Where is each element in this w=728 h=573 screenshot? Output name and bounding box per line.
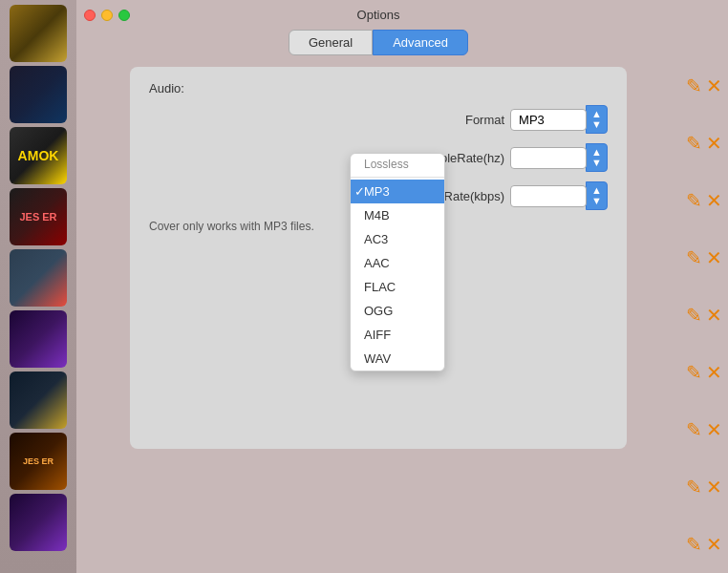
close-icon-7[interactable]: ✕ [706,420,722,439]
close-icon-2[interactable]: ✕ [706,134,722,153]
close-button[interactable] [84,10,96,21]
dropdown-item-m4b[interactable]: M4B [351,203,444,227]
close-icon-9[interactable]: ✕ [706,535,722,554]
sidebar-item-8[interactable]: JES ER [10,433,67,490]
bitrate-select-value[interactable] [510,185,587,207]
sidebar-item-1[interactable] [10,5,67,62]
close-icon-5[interactable]: ✕ [706,306,722,325]
album-art-3: AMOK [10,127,67,184]
tab-advanced[interactable]: Advanced [373,30,468,55]
format-select-value[interactable]: MP3 [510,109,587,131]
sidebar-item-5[interactable] [10,249,67,307]
edit-icon-6[interactable]: ✎ [686,363,702,382]
action-row-1: ✎ ✕ [686,57,722,115]
action-row-7: ✎ ✕ [686,401,722,458]
tab-general[interactable]: General [289,30,373,55]
window-title: Options [357,8,400,22]
dropdown-item-aiff[interactable]: AIFF [351,323,444,347]
close-icon-4[interactable]: ✕ [706,248,722,267]
edit-icon-3[interactable]: ✎ [686,191,702,210]
album-art-6 [10,310,67,368]
action-row-2: ✎ ✕ [686,115,722,172]
album-art-1 [10,5,67,62]
content-panel: Audio: Format MP3 ▲ ▼ SampleRate(hz) ▲ ▼ [130,67,627,449]
album-art-4: JES ER [10,188,67,245]
action-row-6: ✎ ✕ [686,344,722,401]
action-row-4: ✎ ✕ [686,229,722,286]
main-area: Options General Advanced Audio: Format M… [76,0,680,573]
audio-label: Audio: [149,81,608,96]
action-row-5: ✎ ✕ [686,286,722,344]
dropdown-item-ogg[interactable]: OGG [351,299,444,323]
close-icon-3[interactable]: ✕ [706,191,722,210]
close-icon-6[interactable]: ✕ [706,363,722,382]
sidebar-item-3[interactable]: AMOK [10,127,67,184]
sidebar-item-4[interactable]: JES ER [10,188,67,245]
format-select-arrow[interactable]: ▲ ▼ [586,105,608,134]
close-icon-1[interactable]: ✕ [706,76,722,96]
album-art-8: JES ER [10,433,67,490]
dropdown-item-mp3[interactable]: MP3 [351,180,444,203]
format-label: Format [465,113,504,127]
minimize-button[interactable] [101,10,113,21]
bitrate-select: ▲ ▼ [510,181,608,210]
edit-icon-7[interactable]: ✎ [686,420,702,439]
dropdown-item-wav[interactable]: WAV [351,347,444,371]
sidebar-item-9[interactable] [10,494,67,551]
edit-icon-9[interactable]: ✎ [686,535,702,554]
close-icon-8[interactable]: ✕ [706,478,722,497]
album-art-9 [10,494,67,551]
tab-bar: General Advanced [289,30,468,55]
sidebar-item-2[interactable] [10,66,67,123]
sidebar-item-7[interactable] [10,371,67,429]
right-actions: ✎ ✕ ✎ ✕ ✎ ✕ ✎ ✕ ✎ ✕ ✎ ✕ ✎ ✕ ✎ ✕ ✎ ✕ [680,0,728,573]
album-art-5 [10,249,67,307]
dropdown-item-aac[interactable]: AAC [351,251,444,275]
dropdown-item-ac3[interactable]: AC3 [351,227,444,251]
window-controls [84,10,130,21]
bitrate-select-arrow[interactable]: ▲ ▼ [586,181,608,210]
action-row-9: ✎ ✕ [686,516,722,573]
samplerate-select-arrow[interactable]: ▲ ▼ [586,143,608,172]
dropdown-section-lossless: Lossless [351,154,444,175]
edit-icon-1[interactable]: ✎ [686,76,702,96]
sidebar: AMOK JES ER JES ER [0,0,76,573]
edit-icon-5[interactable]: ✎ [686,306,702,325]
album-art-7 [10,371,67,429]
dropdown-divider [351,177,444,178]
samplerate-select: ▲ ▼ [510,143,608,172]
album-art-2 [10,66,67,123]
samplerate-select-value[interactable] [510,147,587,169]
dropdown-item-flac[interactable]: FLAC [351,275,444,299]
edit-icon-2[interactable]: ✎ [686,134,702,153]
sidebar-item-6[interactable] [10,310,67,368]
edit-icon-4[interactable]: ✎ [686,248,702,267]
maximize-button[interactable] [118,10,130,21]
format-dropdown-menu: Lossless MP3 M4B AC3 AAC FLAC OGG AIFF W… [350,153,445,371]
action-row-3: ✎ ✕ [686,172,722,229]
edit-icon-8[interactable]: ✎ [686,478,702,497]
format-row: Format MP3 ▲ ▼ [149,105,608,134]
action-row-8: ✎ ✕ [686,458,722,516]
format-select: MP3 ▲ ▼ [510,105,608,134]
